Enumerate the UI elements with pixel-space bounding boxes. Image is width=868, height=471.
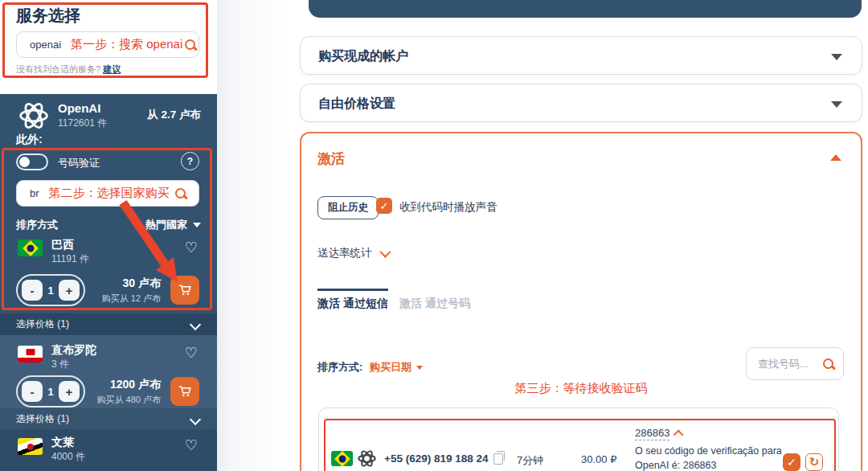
brazil-flag-icon [18, 240, 43, 256]
time-remaining: 7分钟 [517, 453, 543, 468]
chevron-down-icon [416, 366, 423, 370]
quantity-value: 1 [47, 285, 53, 297]
chevron-down-icon [831, 101, 842, 108]
country-sort-dropdown[interactable]: 熱門國家 [145, 218, 201, 232]
chevron-up-icon [674, 430, 684, 440]
brazil-flag-icon [331, 451, 353, 466]
number-verify-toggle[interactable] [16, 154, 48, 170]
service-name[interactable]: OpenAI [58, 101, 100, 115]
sound-checkbox[interactable]: ✓ [376, 198, 392, 214]
quantity-stepper: - 1 + [16, 274, 85, 306]
accordion-ready-accounts[interactable]: 购买现成的帐户 [300, 36, 862, 75]
chevron-down-icon [831, 54, 842, 60]
service-price-from: 从 2.7 卢布 [147, 108, 201, 122]
help-button[interactable]: ? [181, 152, 199, 170]
chevron-down-icon [190, 413, 201, 424]
openai-logo-icon [18, 100, 50, 132]
confirm-button[interactable]: ✓ [783, 453, 800, 471]
sidebar: 服务选择 openai 第一步：搜索 openai 没有找到合适的服务? 建议 … [0, 0, 217, 471]
row-price: 30.00 ₽ [581, 453, 616, 465]
search-icon[interactable] [174, 187, 187, 200]
accordion-free-price[interactable]: 自由价格设置 [300, 84, 862, 122]
favorite-icon[interactable]: ♡ [185, 346, 198, 360]
country-sort-label: 排序方式 [16, 218, 58, 232]
gibraltar-flag-icon [18, 346, 43, 362]
search-icon[interactable] [184, 39, 197, 51]
select-price-row[interactable]: 选择价格 (1) [0, 313, 217, 335]
brunei-flag-icon [18, 438, 43, 455]
country-count: 11191 件 [51, 252, 89, 266]
sidebar-service-area: OpenAI 1172601 件 从 2.7 卢布 此外: 号码验证 ? br … [0, 94, 217, 471]
cart-icon [177, 282, 193, 298]
page-gap [217, 0, 286, 471]
buy-cart-button[interactable] [170, 276, 199, 305]
list-sort-label: 排序方式: [317, 360, 362, 375]
service-search-value: openai [30, 39, 61, 51]
no-service-text: 没有找到合适的服务? 建议 [16, 63, 121, 76]
copy-icon[interactable] [493, 453, 503, 465]
number-search-box [746, 347, 844, 380]
annotation-step3: 第三步：等待接收验证码 [301, 381, 861, 396]
accordion-label: 购买现成的帐户 [318, 48, 408, 65]
accordion-label: 自由价格设置 [318, 96, 395, 113]
number-verify-label: 号码验证 [58, 156, 100, 170]
sms-text-line2: OpenAI é: 286863 [635, 460, 716, 471]
sms-code[interactable]: 286863 [635, 427, 669, 440]
country-buy-from: 购买从 12 卢布 [102, 293, 161, 305]
cart-icon [177, 383, 193, 399]
number-search-input[interactable] [756, 357, 822, 371]
country-name: 巴西 [51, 238, 74, 252]
buy-cart-button[interactable] [170, 377, 199, 406]
activation-title: 激活 [317, 149, 345, 168]
refresh-button[interactable]: ↻ [805, 453, 823, 471]
activation-panel: 激活 阻止历史 ✓ 收到代码时播放声音 送达率统计 激活 通过短信 激活 通过号… [300, 132, 862, 471]
country-price: 1200 卢布 [110, 378, 161, 392]
chevron-down-icon [379, 247, 391, 258]
service-select-panel: 服务选择 openai 第一步：搜索 openai 没有找到合适的服务? 建议 [0, 0, 217, 94]
chevron-down-icon [190, 318, 201, 330]
country-search-value: br [30, 187, 39, 199]
search-icon[interactable] [822, 358, 835, 371]
country-count: 4000 件 [51, 450, 85, 464]
minus-button[interactable]: - [22, 381, 43, 402]
chevron-down-icon [193, 223, 201, 227]
select-price-row[interactable]: 选择价格 (1) [0, 408, 217, 430]
suggest-link[interactable]: 建议 [103, 64, 121, 74]
service-select-title: 服务选择 [16, 5, 80, 27]
tab-activation-sms[interactable]: 激活 通过短信 [317, 289, 388, 311]
service-block: OpenAI 1172601 件 从 2.7 卢布 此外: 号码验证 ? br … [0, 94, 217, 313]
country-card-brunei: 文莱 4000 件 ♡ [0, 429, 217, 471]
annotation-step2: 第二步：选择国家购买 [49, 186, 170, 201]
minus-button[interactable]: - [22, 280, 43, 301]
favorite-icon[interactable]: ♡ [185, 240, 198, 255]
service-count: 1172601 件 [58, 117, 107, 130]
favorite-icon[interactable]: ♡ [185, 438, 198, 453]
country-price: 30 卢布 [123, 276, 161, 291]
sms-code-toggle[interactable]: 286863 [635, 427, 683, 440]
header-bar [309, 0, 862, 18]
phone-number: +55 (629) 819 188 24 [384, 453, 503, 465]
quantity-value: 1 [47, 386, 53, 398]
sound-checkbox-label: 收到代码时播放声音 [399, 200, 497, 215]
sms-text-line1: O seu código de verificação para [635, 445, 782, 457]
country-search-input[interactable]: br 第二步：选择国家购买 [16, 180, 199, 207]
country-name: 直布罗陀 [51, 343, 96, 358]
chevron-up-icon[interactable] [830, 154, 841, 161]
country-card-gibraltar: 直布罗陀 3 件 ♡ - 1 + 1200 卢布 购买从 480 卢布 [0, 335, 217, 408]
quantity-stepper: - 1 + [16, 375, 85, 408]
block-history-button[interactable]: 阻止历史 [317, 196, 379, 219]
plus-button[interactable]: + [59, 381, 80, 402]
openai-logo-icon [357, 448, 377, 469]
country-buy-from: 购买从 480 卢布 [97, 394, 161, 406]
country-name: 文莱 [51, 436, 74, 450]
country-count: 3 件 [51, 358, 69, 371]
plus-button[interactable]: + [59, 280, 80, 301]
tab-activation-number[interactable]: 激活 通过号码 [399, 291, 470, 311]
service-search-input[interactable]: openai 第一步：搜索 openai [16, 31, 199, 58]
annotation-step1: 第一步：搜索 openai [71, 37, 182, 52]
list-sort-dropdown[interactable]: 购买日期 [370, 360, 423, 375]
also-label: 此外: [16, 133, 43, 147]
delivery-stats-toggle[interactable]: 送达率统计 [317, 246, 388, 260]
